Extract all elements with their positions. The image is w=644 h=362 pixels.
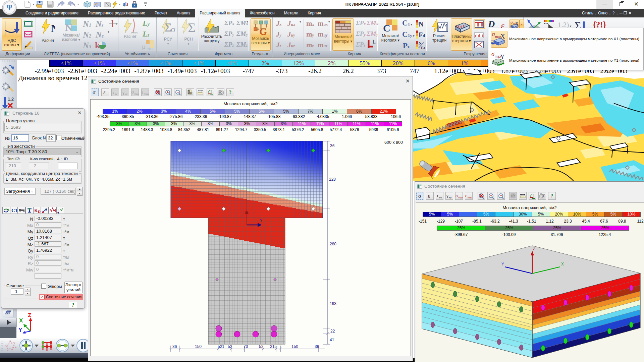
svg-text:36: 36	[330, 143, 335, 148]
svg-text:X: X	[515, 21, 519, 26]
svg-text:σ: σ	[171, 24, 175, 34]
svg-text:G: G	[259, 26, 267, 36]
svg-text:1.2: 1.2	[8, 97, 14, 102]
svg-text:73: 73	[244, 344, 248, 349]
svg-text:Y: Y	[500, 53, 505, 60]
svg-text:τ: τ	[112, 90, 114, 95]
svg-text:280: 280	[330, 242, 336, 246]
svg-text:σ: σ	[93, 89, 96, 95]
svg-text:min: min	[147, 47, 153, 50]
svg-text:41: 41	[330, 338, 334, 342]
svg-text:C1: C1	[11, 208, 17, 213]
svg-text:xy: xy	[125, 93, 127, 95]
svg-text:52: 52	[228, 344, 232, 349]
svg-text:Z: Z	[533, 246, 535, 251]
svg-text:Y: Y	[260, 218, 263, 222]
svg-text:max: max	[134, 93, 139, 95]
svg-text:γ: γ	[122, 90, 124, 95]
svg-text:xy: xy	[115, 93, 117, 95]
svg-text:M: M	[190, 92, 193, 95]
svg-text:σ: σ	[492, 31, 495, 38]
svg-text:Z: Z	[28, 312, 31, 318]
svg-text:ε: ε	[142, 89, 144, 95]
svg-text:215: 215	[270, 344, 277, 349]
svg-text:σ: σ	[511, 20, 513, 25]
svg-text:Y: Y	[18, 327, 22, 333]
svg-text:52: 52	[259, 344, 264, 349]
svg-text:ε: ε	[103, 89, 106, 95]
svg-text:N: N	[65, 22, 72, 32]
svg-text:C: C	[383, 22, 390, 33]
svg-text:193: 193	[330, 301, 336, 306]
svg-text:X: X	[19, 317, 23, 324]
svg-text:μ: μ	[142, 42, 146, 50]
svg-text:σ: σ	[131, 89, 134, 95]
svg-text:Σ: Σ	[188, 20, 196, 34]
svg-text:36: 36	[315, 344, 319, 349]
svg-text:X: X	[561, 262, 564, 266]
svg-text:Z: Z	[245, 210, 247, 215]
svg-text:521: 521	[218, 344, 224, 349]
svg-text:Y: Y	[501, 262, 504, 266]
svg-text:σ: σ	[491, 51, 495, 57]
svg-text:L: L	[373, 40, 376, 45]
svg-text:228: 228	[329, 177, 336, 182]
svg-text:Fd: Fd	[419, 31, 425, 39]
svg-text:Ψ: Ψ	[7, 4, 12, 11]
svg-text:N: N	[51, 22, 55, 34]
svg-text:150: 150	[291, 344, 298, 349]
svg-text:Fd: Fd	[421, 46, 425, 50]
svg-text:36: 36	[172, 344, 177, 349]
svg-text:max: max	[144, 93, 149, 95]
svg-text:22: 22	[330, 329, 335, 334]
svg-text:150: 150	[195, 344, 202, 349]
